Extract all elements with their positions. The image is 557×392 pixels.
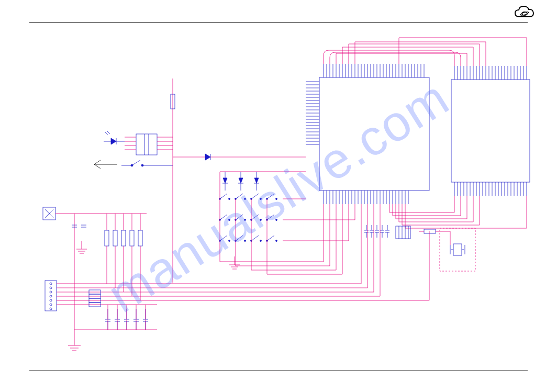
ic-u2-pins-top	[454, 66, 527, 80]
resistor-inline-bus	[89, 290, 101, 307]
svg-line-147	[132, 160, 140, 165]
svg-rect-250	[424, 229, 436, 233]
bus-u1-u2-bottom	[389, 196, 527, 228]
svg-point-181	[229, 240, 230, 242]
cap-pair	[72, 225, 86, 227]
svg-line-155	[220, 194, 227, 199]
svg-rect-321	[121, 230, 126, 246]
svg-line-170	[236, 215, 243, 220]
ground-icon	[68, 330, 81, 351]
connector-bus	[57, 284, 157, 305]
ground-mid-icon	[76, 241, 87, 253]
svg-point-148	[131, 164, 133, 166]
svg-line-173	[251, 215, 259, 220]
svg-line-161	[251, 194, 259, 199]
cap-row-u1	[364, 225, 389, 238]
bus-u1-u2-top	[324, 38, 527, 66]
resistor-row-nets	[74, 214, 147, 300]
svg-point-257	[50, 291, 52, 293]
svg-point-178	[276, 219, 277, 221]
svg-point-157	[229, 198, 230, 200]
svg-line-188	[267, 236, 274, 241]
svg-point-163	[260, 198, 262, 200]
svg-point-255	[50, 283, 52, 285]
svg-point-190	[276, 240, 277, 242]
block-upper-left	[43, 207, 74, 330]
resistor-row-mid	[105, 230, 142, 246]
svg-point-260	[50, 304, 52, 306]
page: manualslive.com	[0, 0, 557, 392]
svg-line-164	[267, 194, 274, 199]
svg-point-258	[50, 295, 52, 297]
ic-u1	[319, 77, 429, 191]
long-bus-bottom	[157, 204, 429, 300]
svg-point-169	[229, 219, 230, 221]
ground-matrix-icon	[229, 256, 240, 269]
crystal-block	[419, 228, 475, 271]
diode-left	[104, 131, 125, 144]
switch-matrix	[219, 194, 277, 242]
switch-main	[121, 160, 173, 166]
svg-line-179	[220, 236, 227, 241]
input-arrow-icon	[94, 160, 117, 169]
ic-u2-pins-bottom	[454, 182, 527, 196]
svg-rect-132	[136, 134, 157, 155]
svg-line-176	[267, 215, 274, 220]
svg-rect-320	[113, 230, 117, 246]
circuit-schematic	[0, 0, 557, 392]
svg-rect-245	[453, 244, 462, 255]
transformer	[125, 134, 173, 155]
svg-rect-254	[45, 281, 57, 311]
diode-column	[222, 172, 259, 191]
svg-rect-322	[130, 230, 134, 246]
svg-point-184	[244, 240, 246, 242]
ic-u2	[451, 80, 530, 182]
svg-point-261	[50, 308, 52, 310]
svg-point-166	[276, 198, 277, 200]
connector-j1	[45, 281, 57, 311]
svg-rect-244	[440, 228, 475, 271]
matrix-bus	[220, 172, 355, 274]
resistor-pack	[396, 226, 410, 239]
svg-rect-323	[138, 230, 142, 246]
svg-point-175	[260, 219, 262, 221]
svg-point-259	[50, 299, 52, 301]
svg-point-160	[244, 198, 246, 200]
svg-line-182	[236, 236, 243, 241]
ic-u1-pins	[306, 64, 424, 204]
svg-line-185	[251, 236, 259, 241]
svg-point-256	[50, 287, 52, 289]
diode-inline	[205, 154, 210, 160]
svg-rect-319	[105, 230, 109, 246]
svg-point-172	[244, 219, 246, 221]
svg-line-167	[220, 215, 227, 220]
svg-point-187	[260, 240, 262, 242]
svg-line-158	[236, 194, 243, 199]
